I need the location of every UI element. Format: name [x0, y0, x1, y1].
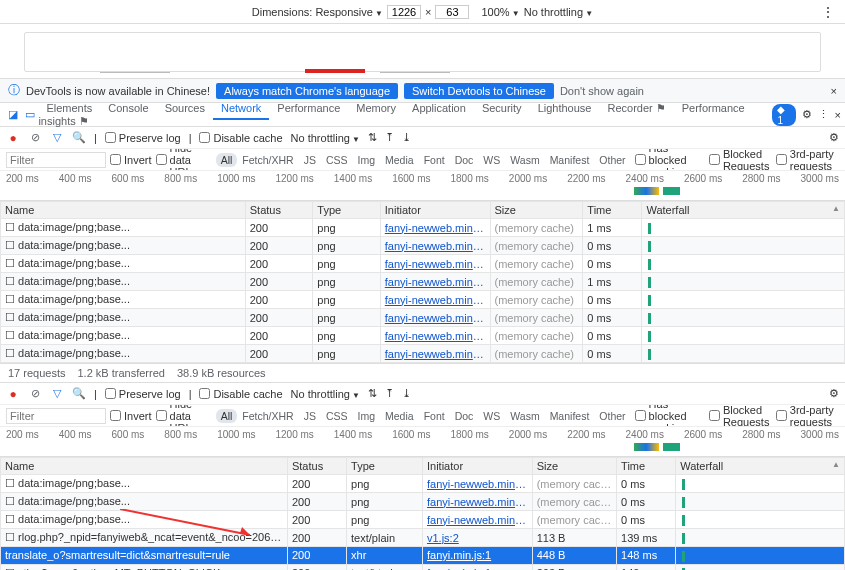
throttle-dropdown[interactable]: No throttling [524, 6, 593, 18]
filter-type-other[interactable]: Other [594, 409, 630, 423]
filter-type-ws[interactable]: WS [478, 409, 505, 423]
filter-type-manifest[interactable]: Manifest [545, 409, 595, 423]
filter-bar: Invert Hide data URLs AllFetch/XHRJSCSSI… [0, 149, 845, 171]
filter-type-wasm[interactable]: Wasm [505, 409, 544, 423]
col-waterfall[interactable]: Waterfall [642, 202, 845, 219]
col-status[interactable]: Status [245, 202, 313, 219]
timeline-overview-2[interactable]: 200 ms400 ms600 ms800 ms1000 ms1200 ms14… [0, 427, 845, 457]
throttling-select[interactable]: No throttling [291, 388, 360, 400]
filter-type-js[interactable]: JS [299, 153, 321, 167]
clear-icon[interactable]: ⊘ [28, 387, 42, 400]
match-language-button[interactable]: Always match Chrome's language [216, 83, 398, 99]
blocked-requests-check[interactable]: Blocked Requests [709, 149, 772, 171]
request-row[interactable]: ☐ data:image/png;base...200pngfanyi-neww… [1, 511, 845, 529]
filter-type-css[interactable]: CSS [321, 409, 353, 423]
preserve-log-check[interactable]: Preserve log [105, 388, 181, 400]
issues-badge[interactable]: ◆ 1 [772, 104, 795, 126]
close-icon[interactable]: × [831, 85, 837, 97]
search-icon[interactable]: 🔍 [72, 131, 86, 144]
request-row[interactable]: ☐ data:image/png;base...200pngfanyi-neww… [1, 273, 845, 291]
dimensions-dropdown[interactable]: Dimensions: Responsive [252, 6, 383, 18]
hide-data-urls-check[interactable]: Hide data URLs [156, 149, 212, 171]
invert-check[interactable]: Invert [110, 154, 152, 166]
request-row[interactable]: ☐ data:image/png;base...200pngfanyi-neww… [1, 327, 845, 345]
request-row[interactable]: ☐ data:image/png;base...200pngfanyi-neww… [1, 237, 845, 255]
kebab-icon[interactable]: ⋮ [818, 108, 829, 121]
network-pane-1: ● ⊘ ▽ 🔍 | Preserve log | Disable cache N… [0, 127, 845, 383]
language-info-bar: ⓘ DevTools is now available in Chinese! … [0, 78, 845, 103]
wifi-icon[interactable]: ⇅ [368, 387, 377, 400]
dont-show-again-link[interactable]: Don't show again [560, 85, 644, 97]
device-toggle-icon[interactable]: ▭ [21, 108, 38, 121]
disable-cache-check[interactable]: Disable cache [199, 388, 282, 400]
clear-icon[interactable]: ⊘ [28, 131, 42, 144]
filter-type-doc[interactable]: Doc [450, 409, 479, 423]
filter-type-js[interactable]: JS [299, 409, 321, 423]
col-initiator[interactable]: Initiator [380, 202, 490, 219]
filter-type-ws[interactable]: WS [478, 153, 505, 167]
col-size[interactable]: Size [490, 202, 583, 219]
request-row[interactable]: ☐ data:image/png;base...200pngfanyi-neww… [1, 255, 845, 273]
col-type[interactable]: Type [313, 202, 381, 219]
download-icon[interactable]: ⤓ [402, 131, 411, 144]
filter-type-other[interactable]: Other [594, 153, 630, 167]
filter-type-img[interactable]: Img [353, 153, 381, 167]
filter-type-wasm[interactable]: Wasm [505, 153, 544, 167]
filter-type-all[interactable]: All [216, 409, 238, 423]
pane-settings-icon[interactable]: ⚙ [829, 131, 839, 144]
record-icon[interactable]: ● [6, 387, 20, 401]
throttling-select[interactable]: No throttling [291, 132, 360, 144]
filter-type-fetchxhr[interactable]: Fetch/XHR [237, 409, 298, 423]
width-input[interactable] [387, 5, 421, 19]
pane-settings-icon[interactable]: ⚙ [829, 387, 839, 400]
filter-type-font[interactable]: Font [419, 409, 450, 423]
height-input[interactable] [435, 5, 469, 19]
col-name[interactable]: Name [1, 202, 246, 219]
request-count: 17 requests [8, 367, 65, 379]
preserve-log-check[interactable]: Preserve log [105, 132, 181, 144]
third-party-check[interactable]: 3rd-party requests [776, 149, 839, 171]
request-row[interactable]: ☐ data:image/png;base...200pngfanyi-neww… [1, 493, 845, 511]
record-icon[interactable]: ● [6, 131, 20, 145]
inspect-icon[interactable]: ◪ [4, 108, 21, 121]
zoom-dropdown[interactable]: 100% [481, 6, 519, 18]
request-row[interactable]: ☐ data:image/png;base...200pngfanyi-neww… [1, 291, 845, 309]
upload-icon[interactable]: ⤒ [385, 131, 394, 144]
request-row[interactable]: ☐ data:image/png;base...200pngfanyi-neww… [1, 475, 845, 493]
info-text: DevTools is now available in Chinese! [26, 85, 210, 97]
request-row[interactable]: ☐ data:image/png;base...200pngfanyi-neww… [1, 309, 845, 327]
request-row[interactable]: ☐ rlog.php?_npid=fanyiweb&_ncat=event&_n… [1, 529, 845, 547]
settings-icon[interactable]: ⚙ [802, 108, 812, 121]
filter-input[interactable] [6, 152, 106, 168]
filter-type-fetchxhr[interactable]: Fetch/XHR [237, 153, 298, 167]
request-row[interactable]: ☐ data:image/png;base...200pngfanyi-neww… [1, 219, 845, 237]
request-row[interactable]: ☐ ctlog?pos=&action=MT_BUTTON_CLICK200te… [1, 564, 845, 570]
filter-type-media[interactable]: Media [380, 153, 419, 167]
request-row[interactable]: ☐ data:image/png;base...200pngfanyi-neww… [1, 345, 845, 363]
close-panel-icon[interactable]: × [835, 109, 841, 121]
filter-icon[interactable]: ▽ [50, 131, 64, 144]
filter-icon[interactable]: ▽ [50, 387, 64, 400]
filter-type-doc[interactable]: Doc [450, 153, 479, 167]
filter-type-all[interactable]: All [216, 153, 238, 167]
disable-cache-check[interactable]: Disable cache [199, 132, 282, 144]
filter-type-media[interactable]: Media [380, 409, 419, 423]
kebab-menu-icon[interactable]: ⋮ [821, 4, 835, 20]
switch-devtools-button[interactable]: Switch Devtools to Chinese [404, 83, 554, 99]
filter-input[interactable] [6, 408, 106, 424]
request-row[interactable]: translate_o?smartresult=dict&smartresult… [1, 547, 845, 565]
timeline-overview[interactable]: 200 ms400 ms600 ms800 ms1000 ms1200 ms14… [0, 171, 845, 201]
download-icon[interactable]: ⤓ [402, 387, 411, 400]
wifi-icon[interactable]: ⇅ [368, 131, 377, 144]
filter-type-font[interactable]: Font [419, 153, 450, 167]
filter-type-img[interactable]: Img [353, 409, 381, 423]
filter-type-css[interactable]: CSS [321, 153, 353, 167]
device-toolbar: Dimensions: Responsive × 100% No throttl… [0, 0, 845, 24]
filter-type-manifest[interactable]: Manifest [545, 153, 595, 167]
blocked-cookies-check[interactable]: Has blocked cookies [635, 149, 705, 171]
network-toolbar: ● ⊘ ▽ 🔍 | Preserve log | Disable cache N… [0, 127, 845, 149]
requests-table-2: Name Status Type Initiator Size Time Wat… [0, 457, 845, 570]
search-icon[interactable]: 🔍 [72, 387, 86, 400]
upload-icon[interactable]: ⤒ [385, 387, 394, 400]
col-time[interactable]: Time [583, 202, 642, 219]
